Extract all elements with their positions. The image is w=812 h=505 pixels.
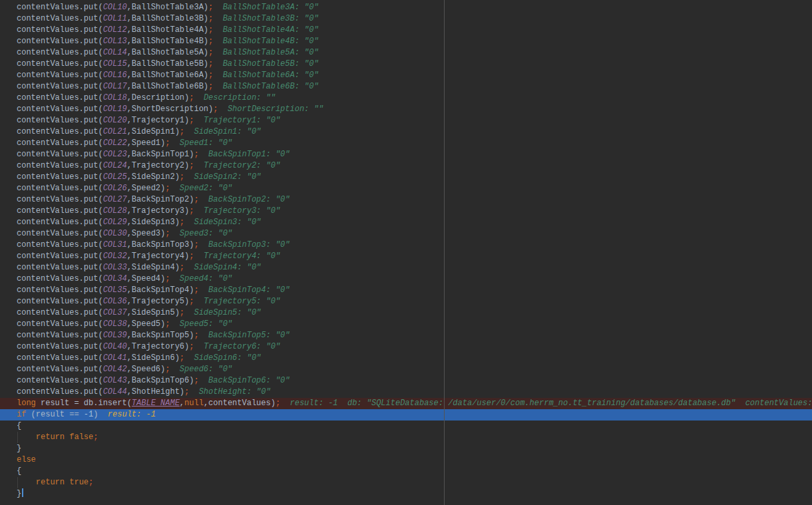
- code-token: ;: [194, 240, 198, 250]
- code-editor[interactable]: contentValues.put(COL10,BallShotTable3A)…: [0, 0, 812, 505]
- code-token: COL41: [103, 353, 127, 363]
- code-token: COL14: [103, 48, 127, 57]
- code-line[interactable]: contentValues.put(COL32,Trajectory4); Tr…: [0, 251, 812, 262]
- code-line[interactable]: contentValues.put(COL31,BackSpinTop3); B…: [0, 240, 812, 251]
- code-line[interactable]: contentValues.put(COL40,Trajectory6); Tr…: [0, 341, 812, 353]
- inline-debug-hint: Speed2: "0": [180, 184, 232, 193]
- code-token: ;: [180, 263, 184, 272]
- inline-debug-hint: Trajectory6: "0": [204, 342, 280, 351]
- code-token: ,Speed1): [127, 138, 166, 148]
- breakpoint-line[interactable]: long result = db.insert(TABLE_NAME,null,…: [0, 398, 812, 409]
- code-line[interactable]: contentValues.put(COL16,BallShotTable6A)…: [0, 70, 812, 81]
- code-token: ;: [194, 195, 198, 204]
- code-line[interactable]: contentValues.put(COL20,Trajectory1); Tr…: [0, 115, 812, 126]
- code-token: ,BackSpinTop1): [127, 150, 194, 159]
- inline-debug-hint: BallShotTable6A: "0": [223, 71, 319, 80]
- code-token: result = db.insert(: [36, 399, 132, 408]
- code-line[interactable]: contentValues.put(COL39,BackSpinTop5); B…: [0, 330, 812, 341]
- code-line[interactable]: contentValues.put(COL12,BallShotTable4A)…: [0, 25, 812, 36]
- code-token: [184, 263, 194, 272]
- inline-debug-hint: SideSpin1: "0": [194, 127, 261, 136]
- code-token: COL13: [103, 37, 127, 46]
- inline-debug-hint: BackSpinTop2: "0": [208, 195, 290, 204]
- code-token: [17, 432, 36, 442]
- code-line[interactable]: contentValues.put(COL41,SideSpin6); Side…: [0, 353, 812, 364]
- code-line[interactable]: contentValues.put(COL11,BallShotTable3B)…: [0, 13, 812, 25]
- code-token: contentValues.put(: [17, 127, 103, 136]
- code-token: ,Trajectory6): [127, 342, 190, 351]
- code-line[interactable]: contentValues.put(COL44,ShotHeight); Sho…: [0, 387, 812, 398]
- code-token: [194, 93, 203, 102]
- code-token: ;: [93, 432, 98, 442]
- code-line[interactable]: contentValues.put(COL37,SideSpin5); Side…: [0, 307, 812, 319]
- code-token: COL33: [103, 263, 127, 272]
- code-line[interactable]: contentValues.put(COL42,Speed6); Speed6:…: [0, 364, 812, 375]
- code-token: contentValues.put(: [17, 308, 103, 317]
- code-token: ,SideSpin4): [127, 263, 180, 272]
- text-caret: [22, 488, 23, 497]
- code-line[interactable]: contentValues.put(COL27,BackSpinTop2); B…: [0, 194, 812, 206]
- code-line[interactable]: contentValues.put(COL36,Trajectory5); Tr…: [0, 296, 812, 307]
- inline-debug-hint: ShotHeight: "0": [199, 387, 271, 397]
- code-line[interactable]: contentValues.put(COL14,BallShotTable5A)…: [0, 47, 812, 59]
- inline-debug-hint: SideSpin2: "0": [194, 172, 261, 182]
- code-line[interactable]: else: [0, 454, 812, 466]
- code-token: contentValues.put(: [17, 82, 103, 91]
- code-token: contentValues.put(: [17, 297, 103, 306]
- code-line[interactable]: contentValues.put(COL15,BallShotTable5B)…: [0, 59, 812, 70]
- code-line[interactable]: contentValues.put(COL28,Trajectory3); Tr…: [0, 206, 812, 217]
- code-token: [218, 104, 227, 114]
- code-line[interactable]: contentValues.put(COL13,BallShotTable4B)…: [0, 36, 812, 47]
- code-token: COL24: [103, 161, 127, 170]
- code-line[interactable]: contentValues.put(COL29,SideSpin3); Side…: [0, 217, 812, 228]
- code-token: [98, 410, 107, 419]
- code-line[interactable]: {: [0, 466, 812, 477]
- code-token: contentValues.put(: [17, 252, 103, 261]
- code-token: COL42: [103, 365, 127, 374]
- code-token: [194, 297, 203, 306]
- inline-debug-hint: BallShotTable4B: "0": [223, 37, 319, 46]
- code-line[interactable]: }: [0, 488, 812, 500]
- code-line[interactable]: return true;: [0, 477, 812, 488]
- code-token: COL34: [103, 274, 127, 283]
- code-token: contentValues.put(: [17, 353, 103, 363]
- code-line[interactable]: contentValues.put(COL25,SideSpin2); Side…: [0, 172, 812, 183]
- code-line[interactable]: return false;: [0, 432, 812, 443]
- inline-debug-hint: Trajectory1: "0": [204, 116, 280, 125]
- code-token: [194, 161, 203, 170]
- code-token: ,BackSpinTop2): [127, 195, 194, 204]
- inline-debug-hint: result: -1: [108, 410, 156, 419]
- code-line[interactable]: contentValues.put(COL30,Speed3); Speed3:…: [0, 228, 812, 240]
- code-line[interactable]: contentValues.put(COL35,BackSpinTop4); B…: [0, 285, 812, 296]
- code-token: [199, 195, 208, 204]
- code-token: [213, 25, 222, 35]
- code-line[interactable]: contentValues.put(COL18,Description); De…: [0, 92, 812, 104]
- code-lines: contentValues.put(COL10,BallShotTable3A)…: [0, 2, 812, 500]
- execution-line[interactable]: if (result == -1) result: -1: [0, 409, 812, 421]
- code-token: ,Trajectory3): [127, 206, 190, 216]
- code-token: [199, 240, 208, 250]
- code-token: ,Trajectory4): [127, 252, 190, 261]
- code-line[interactable]: contentValues.put(COL19,ShortDescription…: [0, 104, 812, 115]
- code-token: ,Speed6): [127, 365, 166, 374]
- code-line[interactable]: contentValues.put(COL17,BallShotTable6B)…: [0, 81, 812, 92]
- code-token: ;: [180, 172, 184, 182]
- code-line[interactable]: {: [0, 421, 812, 432]
- code-line[interactable]: contentValues.put(COL21,SideSpin1); Side…: [0, 126, 812, 138]
- code-line[interactable]: contentValues.put(COL10,BallShotTable3A)…: [0, 2, 812, 13]
- code-token: ;: [194, 331, 198, 340]
- code-line[interactable]: contentValues.put(COL34,Speed4); Speed4:…: [0, 273, 812, 285]
- code-line[interactable]: contentValues.put(COL33,SideSpin4); Side…: [0, 262, 812, 273]
- code-token: COL27: [103, 195, 127, 204]
- code-line[interactable]: contentValues.put(COL24,Trajectory2); Tr…: [0, 160, 812, 172]
- code-line[interactable]: contentValues.put(COL38,Speed5); Speed5:…: [0, 319, 812, 330]
- code-line[interactable]: }: [0, 443, 812, 454]
- inline-debug-hint: Speed4: "0": [180, 274, 232, 283]
- code-token: [199, 376, 208, 385]
- code-token: COL11: [103, 14, 127, 23]
- code-line[interactable]: contentValues.put(COL43,BackSpinTop6); B…: [0, 375, 812, 387]
- code-line[interactable]: contentValues.put(COL23,BackSpinTop1); B…: [0, 149, 812, 160]
- code-token: contentValues.put(: [17, 138, 103, 148]
- code-line[interactable]: contentValues.put(COL26,Speed2); Speed2:…: [0, 183, 812, 194]
- code-line[interactable]: contentValues.put(COL22,Speed1); Speed1:…: [0, 138, 812, 149]
